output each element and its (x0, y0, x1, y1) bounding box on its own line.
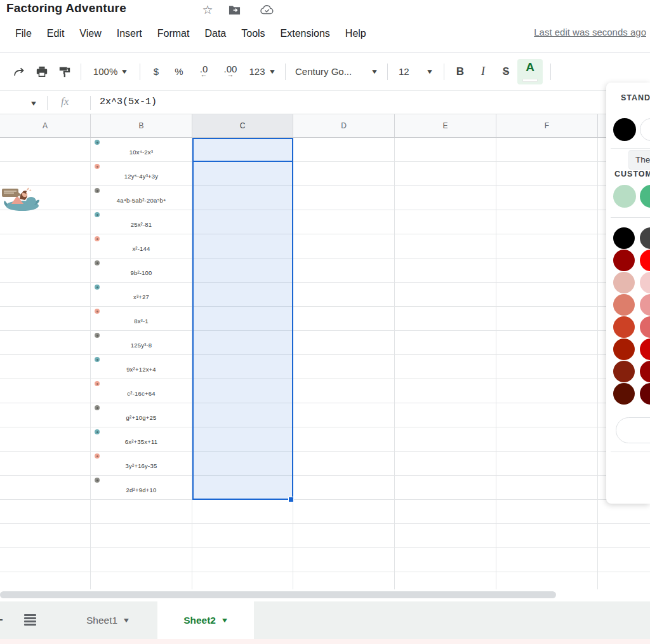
menu-view[interactable]: View (72, 26, 109, 41)
palette-swatch-a61c00[interactable] (613, 339, 635, 360)
column-header-E[interactable]: E (395, 114, 496, 137)
palette-swatch-434343[interactable] (640, 227, 650, 249)
column-header-D[interactable]: D (293, 114, 395, 137)
document-title[interactable]: Factoring Adventure (6, 1, 126, 15)
custom-color-swatch-light-green[interactable] (613, 185, 636, 208)
palette-swatch-5b0f00[interactable] (613, 383, 635, 405)
increase-decimal-button[interactable]: .00 → (217, 60, 244, 84)
custom-color-swatch-green[interactable] (640, 185, 650, 208)
menu-tools[interactable]: Tools (234, 26, 272, 41)
palette-swatch-ea9999[interactable] (640, 294, 650, 316)
spreadsheet-app: Factoring Adventure ☆ FileEditViewInsert… (0, 0, 650, 644)
menu-help[interactable]: Help (338, 26, 374, 41)
custom-color-button[interactable] (616, 417, 650, 443)
color-swatch-white[interactable] (640, 118, 650, 141)
percent-format-button[interactable]: % (168, 60, 190, 84)
chevron-down-icon: ▼ (426, 68, 434, 75)
divider (444, 64, 444, 80)
divider (550, 64, 551, 80)
gray-dot-icon (95, 260, 100, 265)
menu-edit[interactable]: Edit (39, 26, 72, 41)
redo-button[interactable] (8, 60, 30, 84)
cell-B12[interactable]: g²+10g+25 (91, 403, 192, 427)
palette-swatch-cc4125[interactable] (613, 316, 635, 338)
print-button[interactable] (30, 60, 53, 84)
horizontal-scrollbar[interactable] (0, 591, 556, 598)
grid-body[interactable]: 10x⁴-2x³12y⁵-4y³+3y4a⁴b-5ab²-20a⁵b⁴25x²-… (0, 138, 650, 589)
cloud-saved-icon[interactable] (260, 4, 274, 18)
cell-B1[interactable]: 10x⁴-2x³ (91, 138, 192, 162)
last-edit-status[interactable]: Last edit was seconds ago (534, 27, 646, 37)
tab-sheet2[interactable]: Sheet2 ▼ (157, 601, 254, 639)
color-swatch-black[interactable] (613, 118, 636, 141)
zoom-select[interactable]: 100% ▼ (86, 60, 135, 84)
palette-swatch-990000[interactable] (640, 361, 650, 382)
name-box-chevron-icon[interactable]: ▼ (30, 100, 38, 107)
selection-range[interactable] (192, 138, 293, 500)
palette-swatch-e6b8af[interactable] (613, 272, 635, 293)
active-cell-border (194, 161, 292, 162)
palette-swatch-85200c[interactable] (613, 361, 635, 382)
divider (90, 96, 91, 110)
decrease-decimal-button[interactable]: .0 ← (190, 60, 217, 84)
column-header-F[interactable]: F (496, 114, 598, 137)
cell-B11[interactable]: c²-16c+64 (91, 379, 192, 403)
divider (47, 96, 48, 110)
expression-text: 6x²+35x+11 (125, 434, 157, 445)
cell-B15[interactable]: 2d²+9d+10 (91, 476, 192, 500)
font-select[interactable]: Century Go... ▼ (290, 60, 383, 84)
cell-B6[interactable]: 9b²-100 (91, 258, 192, 283)
column-header-C[interactable]: C (192, 114, 293, 137)
expression-text: 25x²-81 (131, 217, 152, 228)
formula-input[interactable]: 2x^3(5x-1) (100, 97, 157, 107)
cell-B2[interactable]: 12y⁵-4y³+3y (91, 162, 192, 186)
currency-format-button[interactable]: $ (145, 60, 168, 84)
menu-extensions[interactable]: Extensions (273, 26, 338, 41)
fill-handle[interactable] (288, 497, 294, 502)
more-formats-button[interactable]: 123 ▼ (244, 60, 281, 84)
cell-B14[interactable]: 3y²+16y-35 (91, 452, 192, 476)
palette-swatch-dd7e6b[interactable] (613, 294, 635, 316)
cell-B10[interactable]: 9x²+12x+4 (91, 355, 192, 379)
italic-button[interactable]: I (472, 60, 494, 84)
cell-B9[interactable]: 125y³-8 (91, 331, 192, 355)
menu-data[interactable]: Data (197, 26, 234, 41)
menu-insert[interactable]: Insert (109, 26, 150, 41)
move-to-folder-icon[interactable] (229, 4, 242, 18)
more-formats-label: 123 (249, 66, 265, 77)
cell-B8[interactable]: 8x³-1 (91, 307, 192, 331)
text-color-button[interactable]: A (517, 59, 543, 84)
paint-format-button[interactable] (53, 60, 76, 84)
palette-swatch-000000[interactable] (613, 227, 635, 249)
mermaid-clipart-image[interactable] (1, 185, 41, 211)
bold-button[interactable]: B (449, 60, 472, 84)
strikethrough-button[interactable]: S (494, 60, 517, 84)
cell-B4[interactable]: 25x²-81 (91, 210, 192, 234)
star-icon[interactable]: ☆ (201, 3, 215, 17)
divider (611, 452, 650, 452)
expression-text: 10x⁴-2x³ (129, 145, 153, 156)
font-size-value: 12 (399, 66, 409, 77)
menu-file[interactable]: File (8, 26, 39, 41)
palette-swatch-e06666[interactable] (640, 316, 650, 338)
cell-B3[interactable]: 4a⁴b-5ab²-20a⁵b⁴ (91, 186, 192, 210)
italic-label: I (481, 65, 485, 78)
chevron-down-icon: ▼ (371, 68, 379, 75)
add-sheet-button[interactable]: + (0, 610, 3, 630)
menu-format[interactable]: Format (150, 26, 197, 41)
column-header-A[interactable]: A (0, 114, 91, 137)
column-header-B[interactable]: B (91, 114, 192, 137)
cell-B13[interactable]: 6x²+35x+11 (91, 427, 192, 452)
teal-dot-icon (95, 357, 100, 362)
palette-swatch-ff0000[interactable] (640, 250, 650, 271)
fx-icon: fx (61, 95, 69, 108)
cell-B5[interactable]: x²-144 (91, 234, 192, 258)
palette-swatch-cc0000[interactable] (640, 339, 650, 360)
cell-B7[interactable]: x³+27 (91, 283, 192, 307)
palette-swatch-980000[interactable] (613, 250, 635, 271)
tab-sheet1[interactable]: Sheet1 ▼ (63, 601, 152, 639)
all-sheets-menu-icon[interactable] (24, 614, 36, 627)
font-size-select[interactable]: 12 ▼ (392, 60, 439, 84)
palette-swatch-660000[interactable] (640, 383, 650, 405)
palette-swatch-f4cccc[interactable] (640, 272, 650, 293)
